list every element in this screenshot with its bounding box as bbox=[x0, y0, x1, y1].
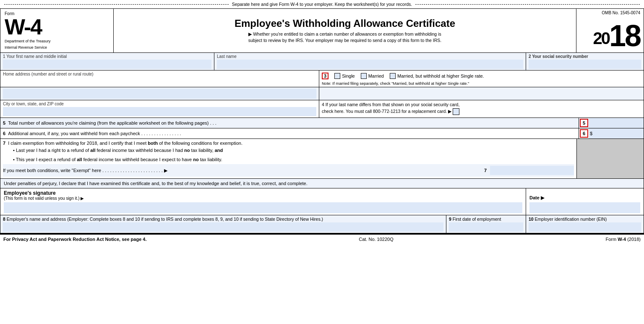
header-title-area: Employee's Withholding Allowance Certifi… bbox=[114, 9, 576, 52]
sig-note: (This form is not valid unless you sign … bbox=[4, 196, 522, 201]
single-label: Single bbox=[342, 73, 355, 78]
last-name-input[interactable] bbox=[217, 60, 523, 69]
address2-cell bbox=[0, 87, 319, 100]
signature-input[interactable] bbox=[4, 202, 522, 213]
bullet2: • This year I expect a refund of all fed… bbox=[13, 155, 574, 164]
ein-input[interactable] bbox=[529, 222, 641, 232]
married-checkbox[interactable] bbox=[361, 73, 367, 79]
year-suffix: 18 bbox=[609, 19, 640, 52]
card-check-box[interactable] bbox=[453, 108, 459, 115]
row7-write-line: If you meet both conditions, write "Exem… bbox=[3, 164, 574, 177]
box4-line2: check here. You must call 800-772-1213 f… bbox=[322, 109, 459, 114]
home-address-cell: Home address (number and street or rural… bbox=[0, 71, 319, 87]
married-higher-option: Married, but withhold at higher Single r… bbox=[390, 73, 484, 79]
city-cell: City or town, state, and ZIP code bbox=[0, 100, 319, 118]
row-5: 5 Total number of allowances you're clai… bbox=[0, 118, 644, 128]
filing-status-row: 3 Single Married Married, but withhold a… bbox=[322, 72, 641, 80]
first-date-label: 9 First date of employment bbox=[449, 217, 523, 222]
single-checkbox[interactable] bbox=[334, 73, 340, 79]
bullet1: • Last year I had a right to a refund of… bbox=[13, 146, 574, 155]
row6-box-area: 6 $ bbox=[579, 128, 644, 138]
perjury-row: Under penalties of perjury, I declare th… bbox=[0, 179, 644, 188]
first-name-input[interactable] bbox=[3, 60, 211, 69]
date-input[interactable] bbox=[529, 202, 640, 213]
date-label: Date ▶ bbox=[529, 195, 640, 201]
row7-bullets: • Last year I had a right to a refund of… bbox=[3, 146, 574, 164]
ein-label: 10 Employer identification number (EIN) bbox=[529, 217, 641, 222]
box4-text: 4 If your last name differs from that sh… bbox=[322, 102, 641, 115]
box10-num: 10 bbox=[529, 217, 534, 222]
box6-dollar: $ bbox=[589, 128, 593, 138]
last-name-label: Last name bbox=[217, 54, 523, 59]
city-label: City or town, state, and ZIP code bbox=[3, 102, 316, 106]
ssn-cell: 2 Your social security number bbox=[526, 53, 644, 70]
city-input[interactable] bbox=[3, 107, 316, 116]
box9-num: 9 bbox=[449, 217, 451, 222]
box3-label: 3 bbox=[322, 73, 329, 79]
employer-input[interactable] bbox=[3, 222, 443, 232]
form-header: Form W-4 Department of the Treasury Inte… bbox=[0, 8, 644, 52]
box9-text: First date of employment bbox=[453, 217, 501, 222]
header-logo-area: Form W-4 Department of the Treasury Inte… bbox=[0, 9, 114, 52]
last-name-cell: Last name bbox=[214, 53, 526, 70]
omb-number: OMB No. 1545-0074 bbox=[602, 10, 640, 15]
first-name-cell: 1 Your first name and middle initial bbox=[0, 53, 214, 70]
ein-cell: 10 Employer identification number (EIN) bbox=[526, 215, 644, 233]
header-omb-area: OMB No. 1545-0074 2018 bbox=[576, 9, 644, 52]
row-7: 7 I claim exemption from withholding for… bbox=[0, 139, 644, 179]
form-w4-page: Separate here and give Form W-4 to your … bbox=[0, 0, 644, 244]
row7-first-line: 7 I claim exemption from withholding for… bbox=[3, 141, 574, 146]
ssn-input[interactable] bbox=[529, 60, 641, 69]
row7-num: 7 bbox=[3, 141, 5, 146]
address-input[interactable] bbox=[3, 89, 316, 99]
row7-line1: I claim exemption from withholding for 2… bbox=[8, 141, 242, 146]
subtitle-line1: ▶ Whether you're entitled to claim a cer… bbox=[248, 31, 441, 37]
form-dept2: Internal Revenue Service bbox=[5, 45, 51, 50]
signature-right: Date ▶ bbox=[526, 188, 644, 215]
form-body: 1 Your first name and middle initial Las… bbox=[0, 52, 644, 234]
footer: For Privacy Act and Paperwork Reduction … bbox=[0, 234, 644, 244]
box6-input[interactable] bbox=[593, 128, 644, 138]
form-name: W-4 bbox=[5, 16, 51, 38]
home-address-label: Home address (number and street or rural… bbox=[3, 72, 316, 76]
ssn-label: 2 Your social security number bbox=[529, 54, 641, 59]
date-area: Date ▶ bbox=[529, 195, 640, 213]
row6-num: 6 bbox=[3, 131, 5, 136]
card-check-cell: 4 If your last name differs from that sh… bbox=[319, 100, 644, 118]
year-prefix: 20 bbox=[593, 29, 609, 47]
row7-write-text: If you meet both conditions, write "Exem… bbox=[3, 168, 482, 173]
form-dept1: Department of the Treasury bbox=[5, 39, 51, 44]
row-address-status: Home address (number and street or rural… bbox=[0, 71, 644, 87]
employer-row: 8 Employer's name and address (Employer:… bbox=[0, 215, 644, 233]
first-name-label: 1 Your first name and middle initial bbox=[3, 54, 211, 59]
dashed-left bbox=[4, 4, 229, 5]
married-label: Married bbox=[368, 73, 384, 78]
signature-left: Employee's signature (This form is not v… bbox=[0, 188, 526, 215]
year-number: 2018 bbox=[593, 21, 640, 51]
subtitle: ▶ Whether you're entitled to claim a cer… bbox=[248, 31, 441, 43]
row-address2 bbox=[0, 87, 644, 100]
single-option: Single bbox=[334, 73, 355, 79]
signature-row: Employee's signature (This form is not v… bbox=[0, 188, 644, 215]
footer-privacy: For Privacy Act and Paperwork Reduction … bbox=[3, 237, 147, 242]
row-city: City or town, state, and ZIP code 4 If y… bbox=[0, 100, 644, 118]
row5-box-area: 5 bbox=[579, 118, 644, 128]
footer-cat: Cat. No. 10220Q bbox=[359, 237, 394, 242]
box8-text: Employer's name and address (Employer: C… bbox=[7, 217, 323, 222]
box10-text: Employer identification number (EIN) bbox=[535, 217, 607, 222]
row7-left: 7 I claim exemption from withholding for… bbox=[0, 139, 576, 178]
employer-label: 8 Employer's name and address (Employer:… bbox=[3, 217, 443, 222]
box5-input[interactable] bbox=[589, 118, 644, 128]
box7-input[interactable] bbox=[490, 166, 574, 175]
footer-form: Form W-4 (2018) bbox=[605, 237, 641, 242]
subtitle-line2: subject to review by the IRS. Your emplo… bbox=[248, 38, 441, 43]
married-higher-checkbox[interactable] bbox=[390, 73, 396, 79]
perjury-text: Under penalties of perjury, I declare th… bbox=[4, 181, 308, 186]
main-title: Employee's Withholding Allowance Certifi… bbox=[235, 18, 455, 29]
first-date-input[interactable] bbox=[449, 222, 523, 232]
sig-title: Employee's signature bbox=[4, 190, 522, 196]
row6-content: 6 Additional amount, if any, you want wi… bbox=[0, 128, 579, 138]
row5-num: 5 bbox=[3, 120, 5, 125]
row-6: 6 Additional amount, if any, you want wi… bbox=[0, 128, 644, 139]
row5-content: 5 Total number of allowances you're clai… bbox=[0, 118, 579, 128]
